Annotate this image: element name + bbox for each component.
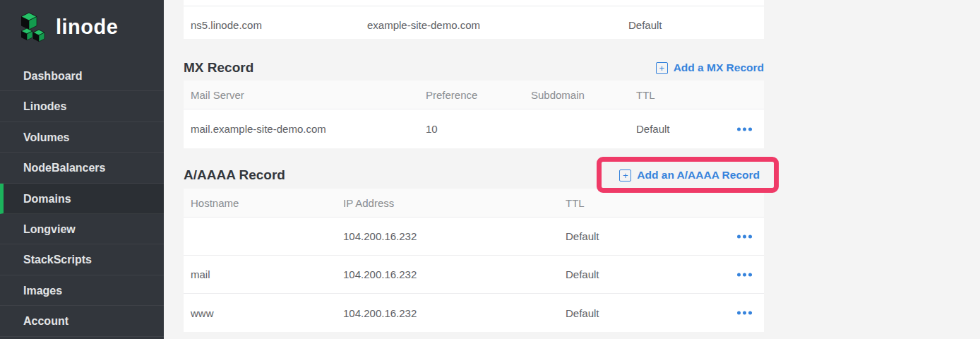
a-record-row: 104.200.16.232 Default <box>184 218 764 256</box>
ellipsis-icon <box>748 234 752 238</box>
main-content: ns5.linode.com example-site-demo.com Def… <box>184 0 764 339</box>
mx-col-mail-server: Mail Server <box>191 81 244 109</box>
sidebar-nav: Dashboard Linodes Volumes NodeBalancers … <box>0 61 164 337</box>
mx-record-row: mail.example-site-demo.com 10 Default <box>184 109 764 148</box>
mx-table-header-row: Mail Server Preference Subdomain TTL <box>184 81 764 109</box>
add-a-aaaa-record-label: Add an A/AAAA Record <box>637 169 760 182</box>
sidebar: linode Dashboard Linodes Volumes NodeBal… <box>0 0 164 339</box>
sidebar-item-dashboard[interactable]: Dashboard <box>0 61 164 91</box>
ellipsis-icon <box>737 127 741 131</box>
linode-logo[interactable]: linode <box>17 11 118 45</box>
a-section-header: A/AAAA Record Add an A/AAAA Record <box>184 161 764 189</box>
a-ttl-cell: Default <box>566 294 599 332</box>
mx-preference-cell: 10 <box>426 109 438 148</box>
ellipsis-icon <box>748 311 752 315</box>
sidebar-item-linodes[interactable]: Linodes <box>0 91 164 121</box>
add-icon <box>656 62 668 74</box>
a-col-ip-address: IP Address <box>343 189 394 217</box>
ellipsis-icon <box>743 311 746 315</box>
mx-col-ttl: TTL <box>636 81 655 109</box>
mx-ttl-cell: Default <box>636 109 670 148</box>
ns-ttl-cell: Default <box>628 6 662 44</box>
ns-name-server-cell: ns5.linode.com <box>191 6 262 44</box>
a-section-title: A/AAAA Record <box>184 167 285 183</box>
ellipsis-icon <box>737 234 741 238</box>
ellipsis-icon <box>748 273 752 276</box>
add-icon <box>619 170 631 182</box>
linode-cube-icon <box>17 11 49 45</box>
a-record-row: www 104.200.16.232 Default <box>184 294 764 332</box>
ellipsis-icon <box>743 127 746 131</box>
a-hostname-cell: www <box>191 294 214 332</box>
mx-section-header: MX Record Add a MX Record <box>184 54 764 82</box>
ns-record-row: ns5.linode.com example-site-demo.com Def… <box>184 0 764 39</box>
add-mx-record-label: Add a MX Record <box>674 61 764 74</box>
a-col-ttl: TTL <box>566 189 585 217</box>
a-ip-cell: 104.200.16.232 <box>343 256 417 293</box>
add-mx-record-button[interactable]: Add a MX Record <box>656 61 764 74</box>
sidebar-item-images[interactable]: Images <box>0 275 164 306</box>
mx-row-actions-menu-button[interactable] <box>737 124 752 133</box>
sidebar-item-account[interactable]: Account <box>0 306 164 336</box>
ns-subdomain-cell: example-site-demo.com <box>367 6 480 44</box>
a-ip-cell: 104.200.16.232 <box>343 218 417 255</box>
ellipsis-icon <box>737 311 741 315</box>
ellipsis-icon <box>743 234 746 238</box>
a-row-actions-menu-button[interactable] <box>737 270 752 279</box>
ellipsis-icon <box>748 127 752 131</box>
sidebar-item-volumes[interactable]: Volumes <box>0 122 164 153</box>
a-ttl-cell: Default <box>566 256 599 293</box>
mx-mail-server-cell: mail.example-site-demo.com <box>191 109 326 148</box>
a-row-actions-menu-button[interactable] <box>737 309 752 318</box>
a-record-row: mail 104.200.16.232 Default <box>184 256 764 294</box>
sidebar-item-domains[interactable]: Domains <box>0 184 164 214</box>
a-hostname-cell: mail <box>191 256 210 293</box>
brand-wordmark: linode <box>56 17 118 40</box>
ellipsis-icon <box>743 273 746 276</box>
a-row-actions-menu-button[interactable] <box>737 232 752 241</box>
a-ip-cell: 104.200.16.232 <box>343 294 417 332</box>
sidebar-item-longview[interactable]: Longview <box>0 214 164 244</box>
a-col-hostname: Hostname <box>191 189 239 217</box>
ellipsis-icon <box>737 273 741 276</box>
mx-col-preference: Preference <box>426 81 477 109</box>
sidebar-item-nodebalancers[interactable]: NodeBalancers <box>0 153 164 183</box>
sidebar-item-stackscripts[interactable]: StackScripts <box>0 244 164 275</box>
mx-col-subdomain: Subdomain <box>531 81 585 109</box>
add-a-aaaa-record-button[interactable]: Add an A/AAAA Record <box>619 169 760 182</box>
a-ttl-cell: Default <box>566 218 599 255</box>
mx-section-title: MX Record <box>184 60 253 76</box>
a-table-header-row: Hostname IP Address TTL <box>184 189 764 218</box>
